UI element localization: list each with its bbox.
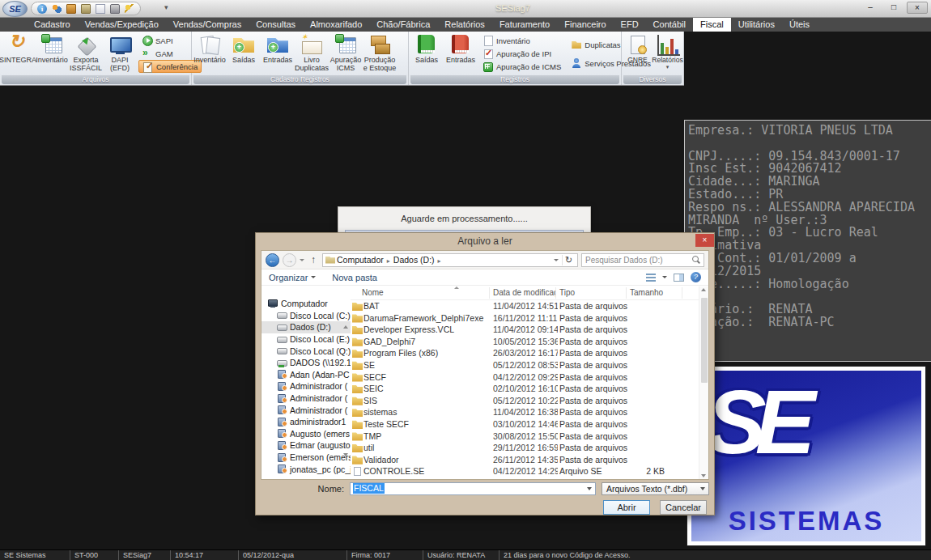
- new-folder-button[interactable]: Nova pasta: [332, 273, 377, 282]
- folder-tree-item[interactable]: Augusto (emers: [261, 428, 351, 440]
- tab-utilitarios[interactable]: Utilitários: [731, 18, 782, 32]
- tab-faturamento[interactable]: Faturamento: [492, 18, 557, 32]
- users-icon[interactable]: [52, 4, 62, 14]
- tab-consultas[interactable]: Consultas: [249, 18, 303, 32]
- column-header-nome[interactable]: Nome: [351, 287, 490, 299]
- Developer Express.VCL[interactable]: Developer Express.VCL 11/04/2012 09:14 P…: [351, 324, 699, 336]
- sistemas[interactable]: sistemas 11/04/2012 16:38 Pasta de arqui…: [351, 406, 699, 418]
- maximize-button[interactable]: □: [883, 2, 904, 14]
- printer-icon[interactable]: [110, 4, 120, 14]
- tab-relatorios[interactable]: Relatórios: [437, 18, 492, 32]
- column-header-tamanho[interactable]: Tamanho: [627, 287, 682, 299]
- folder-tree-item[interactable]: Computador: [261, 298, 351, 310]
- key-icon[interactable]: [125, 4, 134, 14]
- folder-tree-item[interactable]: Administrador (: [261, 380, 351, 392]
- ribbon-button[interactable]: DAPI (EFD): [103, 33, 137, 72]
- SIS[interactable]: SIS 05/12/2012 10:22 Pasta de arquivos: [351, 395, 699, 407]
- package-icon[interactable]: [66, 4, 76, 14]
- forward-button[interactable]: [283, 253, 296, 267]
- ribbon-button[interactable]: Apuração ICMS: [329, 33, 363, 72]
- column-header-tipo[interactable]: Tipo: [557, 287, 627, 299]
- folder-tree-item[interactable]: Disco Local (Q:): [261, 345, 351, 357]
- organize-button[interactable]: Organizar: [269, 273, 316, 282]
- open-button[interactable]: Abrir: [603, 500, 650, 515]
- util[interactable]: util 29/11/2012 16:59 Pasta de arquivos: [351, 442, 699, 454]
- scroll-down-icon[interactable]: [701, 474, 706, 477]
- ribbon-button[interactable]: Livro Duplicatas: [295, 33, 329, 72]
- tab-vendas-expedicao[interactable]: Vendas/Expedição: [78, 18, 166, 32]
- folder-tree-item[interactable]: Edmar (augusto: [261, 439, 351, 452]
- GAD_Delphi7[interactable]: GAD_Delphi7 10/05/2012 15:36 Pasta de ar…: [351, 336, 699, 348]
- Program Files (x86)[interactable]: Program Files (x86) 26/03/2012 16:17 Pas…: [351, 347, 699, 359]
- ribbon-button[interactable]: Exporta ISSFÁCIL: [69, 33, 103, 72]
- BAT[interactable]: BAT 11/04/2012 14:51 Pasta de arquivos: [351, 300, 699, 312]
- address-dropdown-icon[interactable]: [554, 259, 559, 261]
- close-button[interactable]: ×: [907, 2, 928, 14]
- address-bar[interactable]: ComputadorDados (D:): [322, 253, 578, 267]
- tab-efd[interactable]: EFD: [614, 18, 646, 32]
- archive-icon[interactable]: [81, 4, 91, 14]
- folder-tree-item[interactable]: Disco Local (C:): [261, 310, 351, 322]
- Validador[interactable]: Validador 26/11/2012 14:35 Pasta de arqu…: [351, 454, 699, 466]
- ribbon-button[interactable]: Relatórios: [653, 33, 682, 69]
- history-dropdown-icon[interactable]: [300, 259, 304, 261]
- up-button[interactable]: [308, 254, 319, 265]
- chevron-down-icon[interactable]: [662, 276, 667, 278]
- filename-dropdown-icon[interactable]: [583, 483, 595, 494]
- ribbon-button[interactable]: Entradas: [444, 33, 478, 65]
- help-icon[interactable]: [691, 272, 701, 282]
- SE[interactable]: SE 05/12/2012 08:53 Pasta de arquivos: [351, 359, 699, 371]
- scroll-up-icon[interactable]: [343, 325, 348, 329]
- CONTROLE.SE[interactable]: CONTROLE.SE 04/12/2012 14:29 Arquivo SE …: [351, 465, 699, 477]
- scroll-up-icon[interactable]: [701, 288, 706, 291]
- folder-tree-item[interactable]: Disco Local (E:): [261, 333, 351, 346]
- ribbon-button[interactable]: Saídas: [227, 33, 261, 72]
- filename-input[interactable]: FISCAL: [350, 482, 596, 495]
- SEIC[interactable]: SEIC 02/10/2012 16:10 Pasta de arquivos: [351, 383, 699, 395]
- minimize-button[interactable]: –: [860, 2, 881, 14]
- filetype-select[interactable]: Arquivos Texto (*.dbf): [602, 482, 709, 495]
- breadcrumb-item[interactable]: Computador: [337, 255, 384, 265]
- dialog-close-button[interactable]: ×: [695, 234, 714, 247]
- ribbon-button[interactable]: Inventário: [479, 34, 564, 47]
- refresh-icon[interactable]: [562, 255, 575, 265]
- folder-tree-item[interactable]: Adan (Adan-PC: [261, 369, 351, 381]
- column-header-data[interactable]: Data de modificaç...: [491, 287, 556, 299]
- folder-tree-item[interactable]: administrador1: [261, 416, 351, 428]
- ribbon-button[interactable]: Produção e Estoque: [363, 33, 397, 72]
- TMP[interactable]: TMP 30/08/2012 15:50 Pasta de arquivos: [351, 431, 699, 443]
- folder-tree-item[interactable]: Dados (D:): [261, 321, 351, 333]
- folder-tree-item[interactable]: Emerson (emers: [261, 452, 351, 464]
- tab-uteis[interactable]: Úteis: [782, 18, 817, 32]
- document-icon[interactable]: [96, 4, 105, 14]
- tab-cadastro[interactable]: Cadastro: [27, 18, 78, 32]
- preview-pane-icon[interactable]: [674, 274, 684, 282]
- ribbon-button[interactable]: Entradas: [261, 33, 295, 72]
- qat-customize-icon[interactable]: ▾: [164, 3, 168, 11]
- ribbon-button[interactable]: Inventário: [35, 33, 69, 72]
- DarumaFramework_Delphi7exe[interactable]: DarumaFramework_Delphi7exe 16/11/2012 11…: [351, 312, 699, 325]
- ribbon-button[interactable]: Apuração de ICMS: [479, 60, 564, 73]
- search-box[interactable]: Pesquisar Dados (D:): [581, 253, 704, 267]
- scrollbar-thumb[interactable]: [701, 298, 708, 383]
- folder-tree-item[interactable]: Administrador (: [261, 392, 351, 405]
- ribbon-button[interactable]: Inventário: [193, 33, 227, 72]
- back-button[interactable]: [266, 253, 279, 267]
- breadcrumb-item[interactable]: Dados (D:): [393, 255, 435, 265]
- ribbon-button[interactable]: Saídas: [410, 33, 444, 65]
- SECF[interactable]: SECF 04/12/2012 09:29 Pasta de arquivos: [351, 371, 699, 384]
- Teste SECF[interactable]: Teste SECF 03/10/2012 14:46 Pasta de arq…: [351, 418, 699, 431]
- ribbon-button[interactable]: SINTEGRA: [1, 33, 35, 72]
- app-logo-button[interactable]: SE: [2, 1, 28, 17]
- filelist-scrollbar[interactable]: [699, 286, 708, 479]
- folder-tree-item[interactable]: jonatas_pc (pc_j: [261, 463, 351, 475]
- tab-vendas-compras[interactable]: Vendas/Compras: [166, 18, 249, 32]
- tab-financeiro[interactable]: Financeiro: [557, 18, 613, 32]
- folder-tree-item[interactable]: Administrador (: [261, 404, 351, 416]
- filetype-dropdown-icon[interactable]: [696, 483, 708, 494]
- tab-chao-fabrica[interactable]: Chão/Fábrica: [369, 18, 437, 32]
- info-icon[interactable]: [37, 4, 47, 14]
- ribbon-button[interactable]: GNRE: [623, 33, 653, 69]
- ribbon-button[interactable]: Apuração de IPI: [479, 47, 564, 60]
- view-options-icon[interactable]: [646, 274, 656, 282]
